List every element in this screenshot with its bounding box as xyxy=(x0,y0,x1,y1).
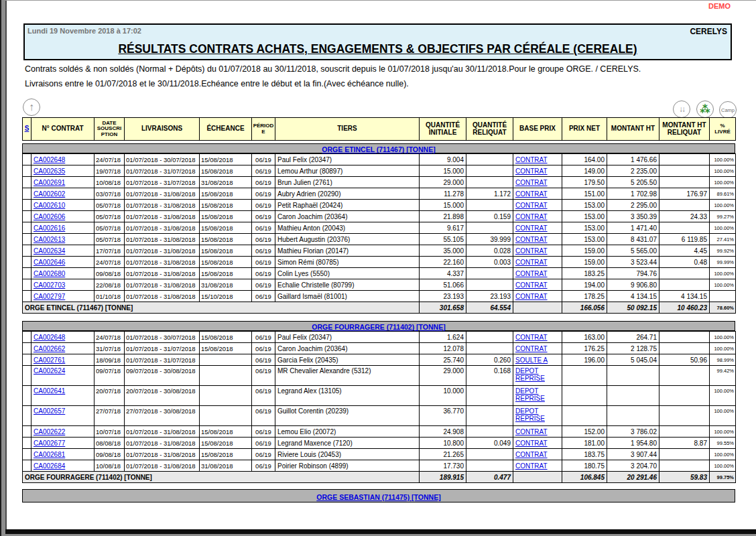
contract-row: CA00262409/07/1809/07/2018 - 30/08/20180… xyxy=(23,366,736,386)
contract-link[interactable]: CA002613 xyxy=(34,236,65,243)
contract-link[interactable]: CA002761 xyxy=(34,356,65,364)
base-prix-link[interactable]: CONTRAT xyxy=(515,345,548,352)
contract-row: CA00269110/08/1801/07/2018 - 31/07/20183… xyxy=(23,177,736,188)
cell: 100.00% xyxy=(710,449,736,460)
cell: 01/07/2018 - 31/08/2018 xyxy=(125,449,200,460)
base-prix-link[interactable]: CONTRAT xyxy=(515,213,548,220)
cell: 1.624 xyxy=(420,332,466,343)
base-prix-link[interactable]: CONTRAT xyxy=(515,281,548,289)
cell: 3 786.02 xyxy=(607,426,659,438)
base-prix-link[interactable]: CONTRAT xyxy=(515,202,548,209)
cell: 4 134.15 xyxy=(659,291,710,302)
cell xyxy=(466,449,513,460)
cell: Lemou Elio (20072) xyxy=(275,426,420,438)
cell: 50.96 xyxy=(659,354,710,366)
cell: DEPOT REPRISE xyxy=(513,366,562,386)
contract-link[interactable]: CA002648 xyxy=(34,334,65,341)
cell xyxy=(466,386,513,406)
scroll-bottom-button[interactable]: ↓↓ xyxy=(673,100,690,118)
contract-row: CA00268009/08/1801/07/2018 - 31/08/20181… xyxy=(23,268,736,279)
base-prix-link[interactable]: CONTRAT xyxy=(515,451,548,458)
base-prix-link[interactable]: CONTRAT xyxy=(515,168,548,175)
base-prix-link[interactable]: CONTRAT xyxy=(515,259,548,266)
column-header: ÉCHEANCE xyxy=(200,118,252,141)
base-prix-link[interactable]: CONTRAT xyxy=(515,236,548,243)
cell: 15/08/2018 xyxy=(200,211,252,222)
contract-link[interactable]: CA002662 xyxy=(34,345,65,352)
section-total-value: 99.75% xyxy=(710,472,736,483)
cell: 05/07/18 xyxy=(94,234,125,245)
cell: 180.75 xyxy=(562,460,607,472)
cell: CA002613 xyxy=(32,234,94,245)
base-prix-link[interactable]: CONTRAT xyxy=(515,190,548,198)
contract-link[interactable]: CA002606 xyxy=(34,213,65,220)
contract-link[interactable]: CA002657 xyxy=(34,407,65,415)
cell xyxy=(659,426,710,438)
base-prix-link[interactable]: CONTRAT xyxy=(515,293,548,300)
cell: CONTRAT xyxy=(513,343,562,354)
contract-link[interactable]: CA002624 xyxy=(34,367,65,375)
base-prix-link[interactable]: CONTRAT xyxy=(515,179,548,186)
cell: 3 907.44 xyxy=(607,449,659,460)
cell xyxy=(23,460,32,472)
section-link[interactable]: ORGE ETINCEL (711467) [TONNE] xyxy=(322,145,435,153)
base-prix-link[interactable]: SOULTE A xyxy=(515,356,548,364)
cell xyxy=(659,386,710,406)
cell: 159.00 xyxy=(562,257,607,268)
cell: CONTRAT xyxy=(513,154,562,165)
cell: CA002646 xyxy=(32,257,94,268)
base-prix-link[interactable]: DEPOT REPRISE xyxy=(515,407,545,422)
base-prix-link[interactable]: CONTRAT xyxy=(515,247,548,255)
contract-link[interactable]: CA002646 xyxy=(34,259,65,266)
base-prix-link[interactable]: CONTRAT xyxy=(515,156,548,163)
cell: 100.00% xyxy=(710,165,736,177)
cell: 1 471.40 xyxy=(607,222,659,234)
contract-link[interactable]: CA002691 xyxy=(34,179,65,186)
contract-link[interactable]: CA002677 xyxy=(34,440,65,447)
cell: 01/07/2018 - 31/07/2018 xyxy=(125,165,200,177)
cell: 09/07/18 xyxy=(94,366,125,386)
base-prix-link[interactable]: DEPOT REPRISE xyxy=(515,387,545,402)
cell: Aubry Adrien (20290) xyxy=(275,188,420,200)
contract-link[interactable]: CA002681 xyxy=(34,451,65,458)
contract-link[interactable]: CA002622 xyxy=(34,428,65,436)
column-header: PÉRIOD E xyxy=(252,118,275,141)
cell: 35.000 xyxy=(420,245,466,257)
contract-link[interactable]: CA002610 xyxy=(34,202,65,209)
cell: Lemou Arthur (80897) xyxy=(275,165,420,177)
contract-link[interactable]: CA002635 xyxy=(34,168,65,175)
base-prix-link[interactable]: CONTRAT xyxy=(515,462,548,470)
contract-link[interactable]: CA002703 xyxy=(34,281,65,289)
campaign-button[interactable]: Camp xyxy=(719,101,737,119)
cell xyxy=(23,291,32,302)
base-prix-link[interactable]: CONTRAT xyxy=(515,224,548,232)
cell xyxy=(562,406,607,426)
report-criteria-line2: Livraisons entre le 01/07/2018 et le 30/… xyxy=(25,79,737,88)
cell: 10/08/18 xyxy=(94,460,125,472)
contract-link[interactable]: CA002616 xyxy=(34,224,65,232)
contract-link[interactable]: CA002634 xyxy=(34,247,65,255)
cell xyxy=(659,366,710,386)
cell xyxy=(659,154,710,165)
cell xyxy=(23,211,32,222)
section-link[interactable]: ORGE FOURRAGERE (711402) [TONNE] xyxy=(312,323,445,331)
cell xyxy=(23,257,32,268)
base-prix-link[interactable]: DEPOT REPRISE xyxy=(515,367,545,382)
contract-link[interactable]: CA002684 xyxy=(34,462,65,470)
window-frame-left xyxy=(5,1,7,531)
base-prix-link[interactable]: CONTRAT xyxy=(515,440,548,447)
cell: 29.000 xyxy=(420,366,466,386)
section-link[interactable]: ORGE SEBASTIAN (711475) [TONNE] xyxy=(316,493,440,501)
cell: Garcia Felix (20435) xyxy=(275,354,420,366)
base-prix-link[interactable]: CONTRAT xyxy=(515,428,548,436)
contract-link[interactable]: CA002680 xyxy=(34,270,65,277)
base-prix-link[interactable]: CONTRAT xyxy=(515,334,548,341)
sort-s-link[interactable]: S xyxy=(25,125,29,132)
contract-link[interactable]: CA002648 xyxy=(34,156,65,163)
base-prix-link[interactable]: CONTRAT xyxy=(515,270,548,277)
contract-link[interactable]: CA002602 xyxy=(34,190,65,198)
contract-link[interactable]: CA002797 xyxy=(34,293,65,300)
scroll-top-button[interactable]: ↑ xyxy=(23,98,40,116)
contract-link[interactable]: CA002641 xyxy=(34,387,65,395)
stars-button[interactable]: ⁂ xyxy=(696,100,714,118)
